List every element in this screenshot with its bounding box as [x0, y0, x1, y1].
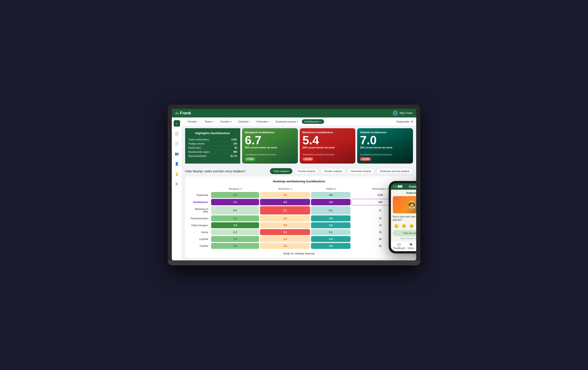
sidebar-home[interactable]: ⌂ — [174, 120, 180, 127]
phone-bottombar: 💬 Feedback 📬 Inbox 📊 Dashboard — [391, 241, 416, 251]
reflectie-title: Reflectie — [393, 191, 416, 194]
heatmap-col-werkgeluk[interactable]: Werkgeluk▾ — [211, 187, 259, 191]
cell-vit: 3.6 — [311, 215, 350, 221]
highlight-label: Beantwoorde vragen: — [188, 151, 210, 153]
heatmap-wrapper: Heatmap werkbeleving hoofdkantoor Werkge… — [182, 176, 416, 258]
heatmap-col-empty — [189, 187, 210, 191]
sidebar-clock[interactable]: 🕐 — [174, 140, 180, 147]
reflectie-image: 🧑‍🚀 — [393, 196, 416, 213]
highlight-value: 988 — [233, 151, 237, 153]
phone-topbar: 9:41 ▊▊▊ Frank 📊 ☰ — [391, 183, 416, 190]
sidebar-reports[interactable]: 📋 — [174, 130, 180, 137]
phone-nav-inbox[interactable]: 📬 Inbox — [408, 243, 414, 250]
table-row: Personeelszaken 7.4 3.6 3.6 10 — [189, 215, 409, 221]
cell-wg: 7.4 — [211, 236, 259, 242]
highlight-row-selectie: Huidige selectie: 100 — [188, 142, 237, 146]
filter-hoofdkantoor[interactable]: Hoofdkantoor × — [302, 119, 324, 124]
user-icon[interactable]: 👤 — [393, 110, 398, 116]
emoji-neutral[interactable]: 😐 — [409, 224, 414, 228]
top-right: 👤 Mijn Frank — [393, 110, 412, 116]
chevron-icon: ▾ — [231, 121, 232, 123]
row-label-hoofdkantoor: Hoofdkantoor — [189, 199, 210, 205]
cell-vit: 3.6 — [311, 236, 350, 242]
highlight-value: 4.391 — [231, 138, 237, 141]
vitaliteit-subtitle: 25% scoort boven de norm — [360, 146, 410, 149]
cell-wg: 7.4 — [211, 243, 259, 249]
werkstress-change: -11.3% — [303, 157, 314, 161]
cell-ws: 5.1 — [260, 229, 310, 235]
filter-pills: Periode ▾ Teams ▾ Functies ▾ Geslacht — [185, 119, 324, 124]
filter-functies[interactable]: Functies ▾ — [218, 119, 234, 124]
cell-wg: 6.3 — [211, 229, 259, 235]
heatmap-table: Werkgeluk▾ Werkstress▾ Vitaliteit▾ Medew… — [188, 186, 410, 250]
chevron-icon: ▾ — [269, 121, 269, 123]
tab-gender-analyse[interactable]: Gender analyse — [321, 168, 346, 174]
heatmap-title: Heatmap werkbeleving hoofdkantoor — [188, 180, 410, 183]
row-label-inkoop: Inkoop — [189, 229, 210, 235]
sidebar-team[interactable]: 👥 — [174, 150, 180, 157]
bekijk-link[interactable]: Bekijk de volledige heatmap — [188, 252, 410, 255]
reflectie-question: Kan je jouw werk naar eigen inzicht plan… — [393, 215, 416, 222]
tab-generatie-analyse[interactable]: Generatie analyse — [347, 168, 375, 174]
cell-vit: 5.1 — [311, 229, 350, 235]
phone-overlay: 9:41 ▊▊▊ Frank 📊 ☰ Reflectie — [389, 181, 416, 253]
table-row: Logistiek 7.4 3.6 3.6 30 — [189, 236, 409, 242]
row-label-filiaal: Filiaal managers — [189, 222, 210, 228]
inbox-icon: 📬 — [409, 243, 412, 246]
table-row[interactable]: Hoofdkantoor 7.2 4.5 4.5 100 — [189, 199, 409, 205]
kies-smiley-button[interactable]: Kies een smiley — [393, 230, 416, 236]
logo-icon — [176, 112, 178, 114]
table-row: Filiaal managers 7.8 3.8 3.8 13 — [189, 222, 409, 228]
tab-employee-journey-analyse[interactable]: Employee journey analyse — [377, 168, 413, 174]
table-row: Inkoop 6.3 5.1 5.1 15 — [189, 229, 409, 235]
tab-functie-analyse[interactable]: Functie analyse — [294, 168, 319, 174]
werkgeluk-score: 6.7 — [245, 134, 295, 146]
phone-nav-feedback[interactable]: 💬 Feedback — [393, 243, 405, 250]
cell-ws: 3.8 — [260, 222, 310, 228]
heatmap-col-werkstress[interactable]: Werkstress▾ — [260, 187, 310, 191]
settings-icon[interactable]: ⚙ — [411, 120, 413, 123]
werkgeluk-subtitle: 50% scoort boven de norm — [245, 146, 295, 149]
filter-generatie[interactable]: Generatie ▾ — [254, 119, 272, 124]
emoji-very-sad[interactable]: 😞 — [394, 224, 399, 228]
heatmap-col-vitaliteit[interactable]: Vitaliteit▾ — [311, 187, 350, 191]
highlight-label: Huidige selectie: — [188, 142, 205, 145]
phone-content: Reflectie 🧑‍🚀 Kan je jouw werk naar eige… — [391, 190, 416, 241]
highlight-value: 89 — [234, 147, 237, 149]
filter-geslacht[interactable]: Geslacht ▾ — [236, 119, 252, 124]
werkstress-score: 5.4 — [303, 134, 353, 146]
highlight-row-total: Totaal medewerkers: 4.391 — [188, 138, 237, 142]
werkgeluk-change: +7.8% — [245, 157, 255, 161]
app-logo: Frank — [176, 111, 191, 116]
cell-ws: 3.6 — [260, 236, 310, 242]
row-label-marketing: Marketing en sales — [189, 206, 210, 214]
table-row: Facilitair 7.4 3.6 3.6 30 — [189, 243, 409, 249]
sidebar-person[interactable]: 👤 — [174, 160, 180, 167]
emoji-sad[interactable]: 🙁 — [402, 224, 406, 228]
sidebar-bulb[interactable]: 💡 — [174, 171, 180, 177]
phone-screen: 9:41 ▊▊▊ Frank 📊 ☰ Reflectie — [391, 183, 416, 251]
geen-mening-label: Geen mening, overslaan — [393, 237, 416, 240]
cell-vit: 3.6 — [311, 243, 350, 249]
sidebar-settings[interactable]: ⚙ — [174, 181, 180, 187]
chevron-icon: ▾ — [197, 121, 198, 123]
highlight-label: Representativiteit: — [188, 155, 207, 157]
filter-periode[interactable]: Periode ▾ — [185, 119, 201, 124]
highlight-label: Totaal medewerkers: — [188, 138, 210, 141]
cell-wg: 7.8 — [211, 222, 259, 228]
vitaliteit-change: -11.3% — [360, 157, 371, 161]
highlight-value: 100 — [233, 142, 237, 145]
highlight-row-deelnemers: Deelnemers: 89 — [188, 146, 237, 150]
chevron-icon: ▾ — [249, 121, 250, 123]
filter-employee-journey[interactable]: Employee journey ▾ — [273, 119, 300, 124]
werkstress-card: Werkstress hoofdkantoor 5.4 25% scoort b… — [300, 128, 356, 164]
filter-teams[interactable]: Teams ▾ — [202, 119, 216, 124]
highlights-section: Highlights Hoofdkantoor Totaal medewerke… — [182, 126, 416, 166]
cell-ws: 3.6 — [260, 215, 310, 221]
highlights-title: Highlights Hoofdkantoor — [188, 131, 237, 135]
row-label-logistiek: Logistiek — [189, 236, 210, 242]
org-label: Organisatie — [397, 120, 409, 123]
laptop-notch — [287, 105, 301, 106]
vitaliteit-card: Vitaliteit hoofdkantoor 7.0 25% scoort b… — [357, 128, 413, 164]
tab-team-analyse[interactable]: Team analyse — [270, 168, 292, 174]
